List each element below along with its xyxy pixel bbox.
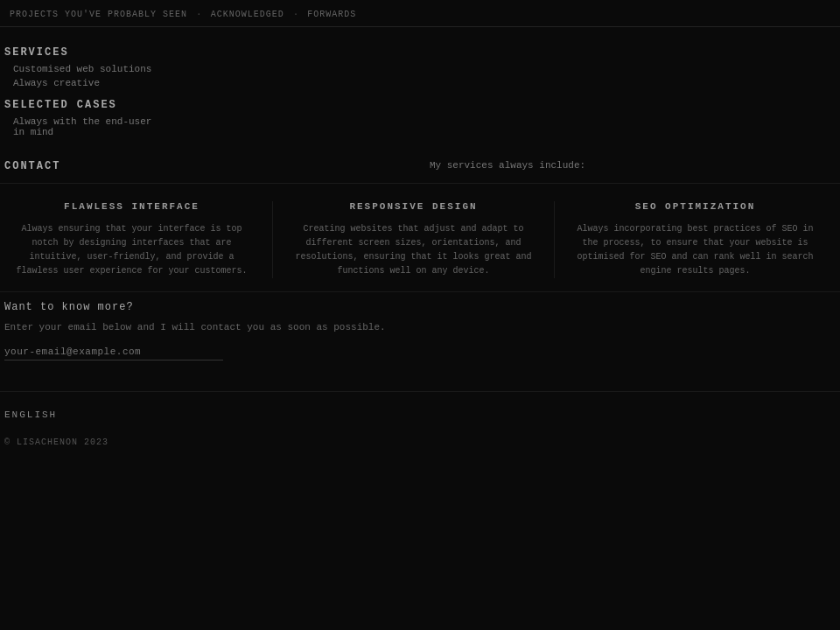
column-flawless-text: Always ensuring that your interface is t… bbox=[9, 222, 255, 278]
contact-title: CONTACT bbox=[4, 160, 179, 172]
sidebar-selected-title: SELECTED CASES bbox=[4, 99, 171, 111]
column-seo-title: SEO OPTIMIZATION bbox=[572, 201, 818, 212]
nav-separator-2: · bbox=[293, 9, 299, 19]
email-input[interactable]: your-email@example.com bbox=[4, 344, 223, 360]
want-more-section: Want to know more? Enter your email belo… bbox=[0, 291, 840, 365]
column-flawless-title: FLAWLESS INTERFACE bbox=[9, 201, 255, 212]
column-responsive: RESPONSIVE DESIGN Creating websites that… bbox=[273, 201, 555, 278]
sidebar-services-title: SERVICES bbox=[4, 46, 171, 59]
column-responsive-title: RESPONSIVE DESIGN bbox=[290, 201, 536, 212]
contact-tagline: My services always include: bbox=[179, 160, 836, 171]
main-container: SERVICES Customised web solutions Always… bbox=[0, 27, 840, 150]
nav-separator-1: · bbox=[196, 9, 202, 19]
sidebar-item-end-user[interactable]: Always with the end-user in mind bbox=[4, 115, 171, 139]
footer-copyright: © LISACHENON 2023 bbox=[4, 438, 836, 447]
footer: ENGLISH © LISACHENON 2023 bbox=[0, 391, 840, 456]
nav-item-projects[interactable]: PROJECTS YOU'VE PROBABLY SEEN bbox=[4, 10, 192, 19]
footer-language[interactable]: ENGLISH bbox=[4, 410, 836, 420]
nav-item-forwards[interactable]: FORWARDS bbox=[302, 10, 361, 19]
column-responsive-text: Creating websites that adjust and adapt … bbox=[290, 222, 536, 278]
contact-section: CONTACT My services always include: bbox=[0, 150, 840, 183]
features-section: FLAWLESS INTERFACE Always ensuring that … bbox=[0, 183, 840, 291]
sidebar-item-web-solutions[interactable]: Customised web solutions bbox=[4, 62, 171, 76]
content-area bbox=[175, 27, 840, 150]
nav-item-acknowledged[interactable]: ACKNOWLEDGED bbox=[206, 10, 290, 19]
sidebar-item-creative[interactable]: Always creative bbox=[4, 76, 171, 90]
navigation: PROJECTS YOU'VE PROBABLY SEEN · ACKNOWLE… bbox=[0, 0, 840, 27]
column-seo-text: Always incorporating best practices of S… bbox=[572, 222, 818, 278]
want-more-title: Want to know more? bbox=[4, 301, 836, 313]
sidebar: SERVICES Customised web solutions Always… bbox=[0, 27, 175, 150]
column-seo: SEO OPTIMIZATION Always incorporating be… bbox=[555, 201, 836, 278]
column-flawless: FLAWLESS INTERFACE Always ensuring that … bbox=[4, 201, 273, 278]
want-more-description: Enter your email below and I will contac… bbox=[4, 320, 836, 335]
